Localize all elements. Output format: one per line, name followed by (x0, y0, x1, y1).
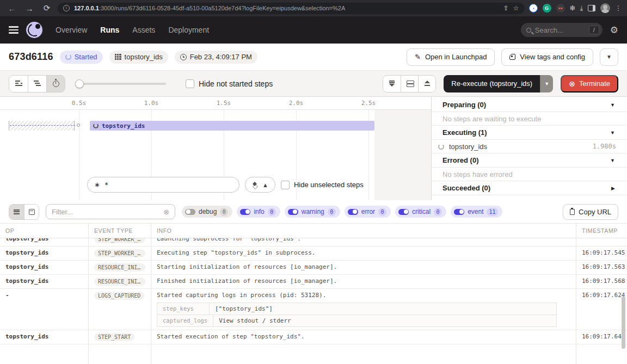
view-mode-flat-button[interactable] (9, 76, 28, 92)
profile-avatar[interactable] (600, 3, 610, 13)
section-succeeded[interactable]: Succeeded (0)▶ (432, 181, 627, 195)
metadata-row: captured_logsView stdout / stderr (157, 314, 556, 326)
log-view-list-button[interactable] (9, 205, 24, 219)
level-count-badge: 0 (328, 208, 336, 216)
event-type-chip: STEP_WORKER_STARTI… (94, 238, 145, 243)
event-type-chip: RESOURCE_INIT_STAR… (94, 263, 145, 272)
extensions-puzzle-icon[interactable]: ❇ (570, 4, 575, 12)
log-filter[interactable]: ⊗ (46, 204, 175, 219)
dagster-logo[interactable] (26, 22, 42, 38)
log-table-header: OP EVENT TYPE INFO TIMESTAMP (0, 224, 627, 238)
extension-clock-icon[interactable]: ◔ (529, 4, 538, 13)
event-log-table: OP EVENT TYPE INFO TIMESTAMP topstory_id… (0, 224, 627, 364)
log-row[interactable]: topstory_idsSTEP_WORKER_STARTI…Launching… (0, 238, 627, 246)
col-header-timestamp: TIMESTAMP (576, 224, 627, 238)
hide-not-started-label: Hide not started steps (199, 79, 273, 88)
flat-view-icon (15, 81, 22, 87)
section-errored[interactable]: Errored (0)▼ (432, 153, 627, 168)
hide-unselected-checkbox-row[interactable]: Hide unselected steps (281, 181, 364, 189)
menu-dots-icon[interactable]: ⋮ (615, 4, 622, 12)
nav-menu-icon[interactable] (9, 24, 19, 35)
url-bar[interactable]: i 127.0.0.1:3000/runs/673d6116-0528-45df… (58, 3, 525, 14)
side-panel-icon[interactable] (588, 5, 595, 11)
log-op-cell: topstory_ids (0, 238, 88, 246)
log-row[interactable]: topstory_idsRESOURCE_INIT_SUCC…Finished … (0, 275, 627, 289)
step-selector[interactable]: ∗ (87, 177, 239, 193)
clipboard-icon (570, 209, 575, 215)
level-toggle-error[interactable]: error0 (345, 206, 391, 218)
log-row[interactable]: topstory_idsSTEP_WORKER_STARTEDExecuting… (0, 246, 627, 261)
toggle-switch-icon (240, 209, 250, 215)
clear-filter-icon[interactable]: ⊗ (163, 208, 169, 216)
gantt-dependency-dot (77, 124, 80, 127)
log-level-filters: debug0info0warning0error0critical0event1… (182, 206, 502, 218)
zoom-slider-handle[interactable] (75, 79, 84, 88)
gantt-bar-topstory-ids[interactable]: topstory_ids (90, 121, 374, 131)
executing-step-row[interactable]: topstory_ids 1.980s (432, 140, 627, 153)
downloads-icon[interactable]: ⤓ (580, 4, 583, 12)
level-toggle-info[interactable]: info0 (237, 206, 280, 218)
step-selector-input[interactable] (104, 181, 232, 189)
level-toggle-warning[interactable]: warning0 (285, 206, 340, 218)
reexecute-split-button[interactable]: Re-execute (topstory_ids) ▼ (444, 75, 553, 92)
back-icon[interactable]: ← (5, 4, 19, 13)
level-toggle-critical[interactable]: critical0 (395, 206, 446, 218)
metadata-key: captured_logs (157, 315, 213, 326)
col-header-op: OP (0, 224, 88, 238)
timeline-tick: 2.0s (289, 100, 304, 107)
open-launchpad-button[interactable]: ✎ Open in Launchpad (407, 48, 495, 66)
run-header: 673d6116 Started topstory_ids Feb 23, 4:… (0, 44, 627, 71)
log-row[interactable]: -LOGS_CAPTUREDStarted capturing logs in … (0, 289, 627, 330)
extension-grammarly-icon[interactable]: G (543, 4, 551, 13)
caret-down-icon: ▼ (610, 102, 615, 108)
share-icon[interactable]: ⇪ (503, 4, 509, 12)
hide-not-started-checkbox-row[interactable]: Hide not started steps (186, 79, 273, 88)
run-actions-menu-button[interactable]: ▼ (600, 48, 618, 66)
nav-item-runs[interactable]: Runs (100, 26, 119, 34)
level-label: critical (412, 208, 431, 215)
metadata-value[interactable]: View stdout / stderr (213, 315, 296, 326)
view-mode-timed-button[interactable] (46, 76, 65, 92)
expand-all-button[interactable] (418, 76, 435, 92)
level-toggle-debug[interactable]: debug0 (182, 206, 232, 218)
zoom-slider[interactable] (76, 83, 166, 85)
log-row[interactable]: topstory_idsRESOURCE_INIT_STAR…Starting … (0, 261, 627, 275)
event-type-chip: STEP_START (94, 333, 134, 341)
forward-icon[interactable]: → (23, 4, 36, 13)
toggle-switch-icon (398, 209, 409, 215)
log-scrollbar[interactable] (622, 297, 625, 349)
job-tag[interactable]: topstory_ids (109, 51, 168, 64)
extension-red-icon[interactable]: ●● (556, 4, 565, 13)
run-id: 673d6116 (9, 51, 53, 63)
log-timestamp-cell: 16:09:17.545 (576, 246, 627, 260)
site-info-icon[interactable]: i (63, 5, 70, 11)
nav-item-overview[interactable]: Overview (56, 26, 87, 34)
log-view-structured-button[interactable] (24, 205, 39, 219)
url-text[interactable]: 127.0.0.1:3000/runs/673d6116-0528-45df-a… (74, 5, 499, 11)
bookmark-star-icon[interactable]: ☆ (513, 4, 519, 12)
hide-unselected-checkbox[interactable] (281, 181, 290, 189)
log-info-text: Finished initialization of resources [io… (157, 277, 570, 285)
section-preparing[interactable]: Preparing (0)▼ (432, 98, 627, 112)
copy-url-button[interactable]: Copy URL (563, 204, 618, 220)
section-executing[interactable]: Executing (1)▼ (432, 126, 627, 140)
log-filter-input[interactable] (52, 208, 159, 216)
view-tags-config-button[interactable]: View tags and config (501, 48, 593, 66)
view-mode-waterfall-button[interactable] (28, 76, 46, 92)
hide-not-started-checkbox[interactable] (186, 79, 194, 88)
collapse-all-button[interactable] (383, 76, 401, 92)
graph-query-toggle-button[interactable]: ▲ (245, 177, 275, 193)
settings-gear-icon[interactable]: ⚙ (610, 24, 618, 36)
level-count-badge: 11 (487, 208, 497, 216)
nav-item-deployment[interactable]: Deployment (168, 26, 209, 34)
search-placeholder: Search... (535, 26, 585, 34)
terminate-button[interactable]: ⊗ Terminate (561, 75, 618, 92)
log-info-cell: Executing step "topstory_ids" in subproc… (151, 246, 576, 260)
nav-item-assets[interactable]: Assets (132, 26, 155, 34)
reload-icon[interactable]: ⟳ (40, 3, 53, 13)
reexecute-button[interactable]: Re-execute (topstory_ids) (444, 75, 540, 92)
level-toggle-event[interactable]: event11 (451, 206, 502, 218)
expand-rows-button[interactable] (401, 76, 418, 92)
global-search-input[interactable]: Search... / (521, 23, 603, 37)
reexecute-dropdown-button[interactable]: ▼ (540, 75, 553, 92)
